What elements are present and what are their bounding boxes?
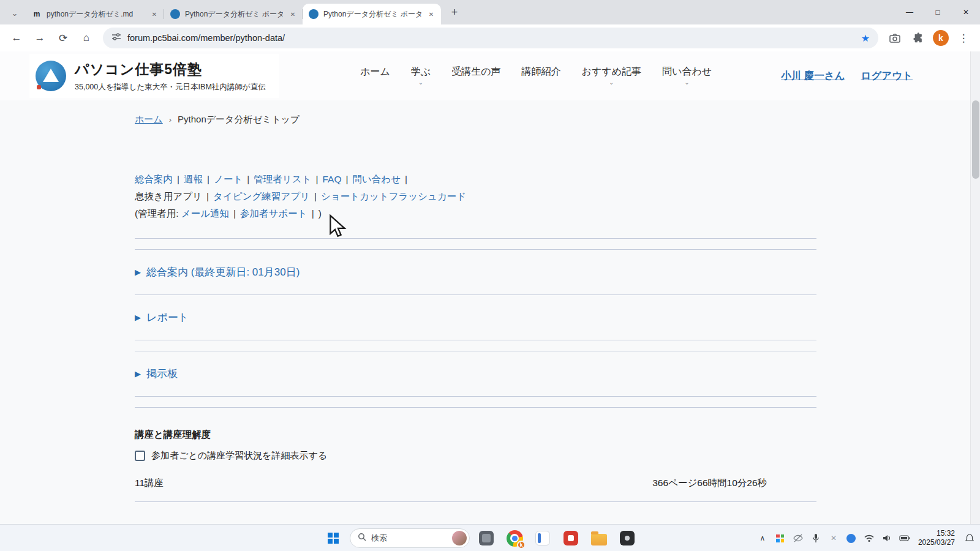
taskbar-clock[interactable]: 15:32 2025/03/27 (918, 529, 955, 547)
nav-item-articles[interactable]: おすすめ記事 ⌄ (582, 66, 642, 86)
tab-close-icon[interactable]: ✕ (426, 9, 436, 19)
tray-chevron-icon[interactable]: ∧ (756, 531, 769, 545)
separator: | (233, 208, 236, 219)
window-controls: — □ ✕ (895, 0, 980, 24)
scrollbar-thumb[interactable] (972, 100, 979, 179)
chevron-down-icon: ⌄ (12, 9, 18, 18)
back-button[interactable]: ← (6, 28, 27, 48)
separator: | (405, 174, 407, 184)
extensions-icon[interactable] (908, 28, 929, 48)
browser-tab-3-active[interactable]: Pythonデータ分析ゼミ ポータルトッ ✕ (303, 4, 441, 24)
section-link[interactable]: レポート (146, 310, 189, 324)
search-highlight-image[interactable] (452, 531, 467, 545)
section-board[interactable]: ▶ 掲示板 (135, 351, 816, 397)
tray-hidden-eye-icon[interactable] (791, 531, 805, 545)
logo-red-dot (37, 85, 41, 89)
address-bar[interactable]: forum.pc5bai.com/member/python-data/ ★ (103, 28, 878, 48)
tab-search-button[interactable]: ⌄ (6, 4, 23, 21)
section-general-guide[interactable]: ▶ 総合案内 (最終更新日: 01月30日) (135, 250, 816, 295)
notification-bell-icon[interactable] (963, 531, 976, 545)
home-button[interactable]: ⌂ (76, 28, 97, 48)
separator: | (312, 208, 314, 219)
checkbox-row: 参加者ごとの講座学習状況を詳細表示する (135, 450, 816, 462)
url-text[interactable]: forum.pc5bai.com/member/python-data/ (127, 33, 851, 43)
scrollbar[interactable] (970, 51, 980, 524)
system-tray: ∧ ✕ 15:32 2025/03/27 (756, 525, 976, 551)
nav-label: おすすめ記事 (582, 66, 642, 78)
site-logo[interactable]: パソコン仕事5倍塾 35,000人を指導した東大卒・元日本IBM社内講師が直伝 (29, 54, 279, 98)
quick-link-notes[interactable]: ノート (214, 174, 243, 184)
course-section-heading: 講座と講座理解度 (135, 429, 816, 441)
quick-link-mail-notify[interactable]: メール通知 (181, 208, 229, 219)
user-name-link[interactable]: 小川 慶一さん (781, 69, 845, 83)
volume-icon[interactable] (880, 531, 894, 545)
expand-arrow-icon: ▶ (135, 313, 141, 322)
expand-arrow-icon: ▶ (135, 369, 141, 378)
forward-button[interactable]: → (29, 28, 50, 48)
taskbar-app-red[interactable] (559, 527, 582, 550)
taskbar-app-dark2[interactable] (616, 527, 639, 550)
site-info-icon[interactable] (111, 32, 121, 44)
camera-icon[interactable] (884, 28, 905, 48)
quick-link-guide[interactable]: 総合案内 (135, 174, 173, 184)
tab-title: pythonデータ分析ゼミ.md (47, 9, 145, 20)
start-button[interactable] (322, 527, 345, 550)
logout-link[interactable]: ログアウト (861, 69, 913, 83)
minimize-button[interactable]: — (895, 0, 924, 24)
quick-link-shortcut-flashcards[interactable]: ショートカットフラッシュカード (321, 191, 466, 201)
quick-link-faq[interactable]: FAQ (322, 174, 341, 184)
search-icon (358, 533, 366, 544)
separator: | (177, 174, 179, 184)
browser-tab-1[interactable]: m pythonデータ分析ゼミ.md ✕ (26, 4, 164, 24)
separator: | (314, 191, 317, 201)
tab-close-icon[interactable]: ✕ (149, 9, 159, 19)
taskbar-file-explorer[interactable] (587, 527, 611, 550)
maximize-button[interactable]: □ (924, 0, 952, 24)
tray-blue-app-icon[interactable] (845, 531, 858, 545)
taskbar-app-dark[interactable] (475, 527, 498, 550)
nav-item-learn[interactable]: 学ぶ ⌄ (411, 66, 431, 86)
section-link[interactable]: 掲示板 (146, 367, 178, 381)
quick-link-admin-list[interactable]: 管理者リスト (254, 174, 311, 184)
taskbar-chrome[interactable]: k (503, 527, 526, 550)
folder-icon (591, 534, 607, 545)
tab-close-icon[interactable]: ✕ (288, 9, 298, 19)
profile-avatar[interactable]: k (933, 30, 949, 46)
nav-item-contact[interactable]: 問い合わせ ⌄ (662, 66, 712, 86)
page-content: ホーム › Pythonデータ分析ゼミトップ 総合案内|週報|ノート|管理者リス… (135, 100, 816, 502)
nav-item-home[interactable]: ホーム (360, 66, 390, 86)
nav-item-instructors[interactable]: 講師紹介 (522, 66, 561, 86)
wifi-icon[interactable] (862, 531, 876, 545)
user-links: 小川 慶一さん ログアウト (781, 51, 913, 100)
reload-button[interactable]: ⟳ (53, 28, 74, 48)
new-tab-button[interactable]: + (446, 4, 463, 21)
taskbar-app-light[interactable] (531, 527, 554, 550)
battery-icon[interactable] (898, 531, 911, 545)
quick-link-typing-app[interactable]: タイピング練習アプリ (213, 191, 310, 201)
quick-link-weekly[interactable]: 週報 (184, 174, 203, 184)
separator: | (206, 191, 209, 201)
quick-link-participant-support[interactable]: 参加者サポート (240, 208, 307, 219)
row3-prefix: (管理者用: (135, 208, 178, 219)
tray-close-icon[interactable]: ✕ (827, 531, 840, 545)
nav-item-testimonials[interactable]: 受講生の声 (451, 66, 500, 86)
microphone-icon[interactable] (809, 531, 823, 545)
site-header: パソコン仕事5倍塾 35,000人を指導した東大卒・元日本IBM社内講師が直伝 … (0, 51, 970, 100)
course-detail-checkbox[interactable] (135, 451, 145, 461)
section-link[interactable]: 総合案内 (最終更新日: 01月30日) (146, 265, 300, 279)
menu-dots-icon[interactable]: ⋮ (953, 28, 974, 48)
chevron-down-icon: ⌄ (418, 80, 423, 86)
taskbar-search[interactable]: 検索 (350, 528, 470, 548)
bookmark-star-icon[interactable]: ★ (858, 30, 873, 46)
browser-tab-2[interactable]: Pythonデータ分析ゼミ ポータルトッ ✕ (164, 4, 303, 24)
section-report[interactable]: ▶ レポート (135, 295, 816, 340)
chevron-down-icon: ⌄ (609, 80, 614, 86)
quick-link-contact[interactable]: 問い合わせ (353, 174, 401, 184)
chrome-profile-badge: k (517, 541, 526, 549)
nav-label: 学ぶ (411, 66, 431, 78)
tab-title: Pythonデータ分析ゼミ ポータルトッ (323, 9, 421, 20)
close-button[interactable]: ✕ (952, 0, 980, 24)
breadcrumb-home-link[interactable]: ホーム (135, 114, 163, 126)
tray-colorgrid-icon[interactable] (774, 531, 787, 545)
red-app-icon (564, 531, 578, 545)
